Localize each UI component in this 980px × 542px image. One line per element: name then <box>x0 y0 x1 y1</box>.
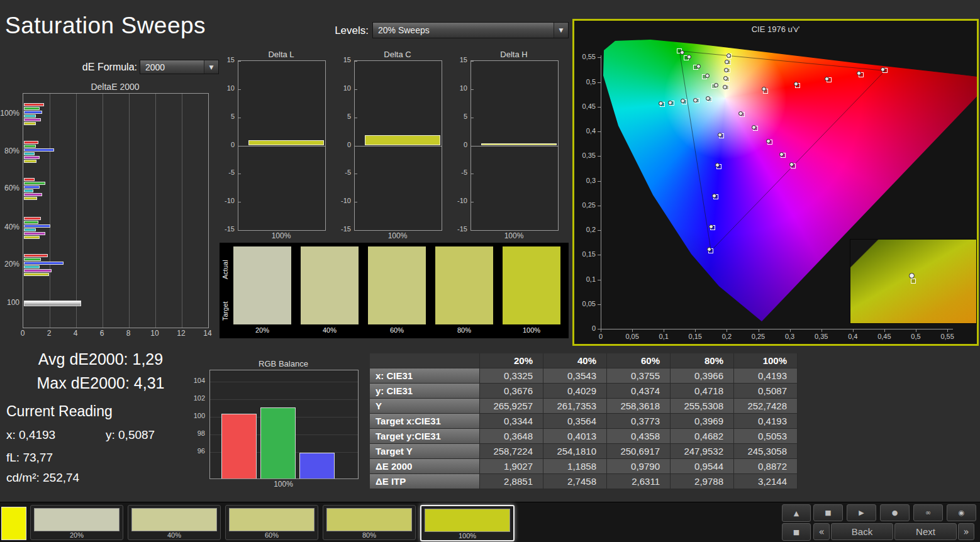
delta-h-x-label: 100% <box>471 231 557 240</box>
delta-l-chart <box>238 60 326 231</box>
levels-label: Levels: <box>318 25 369 37</box>
axis-tick <box>471 174 474 174</box>
gridline <box>182 94 182 328</box>
de-bar <box>24 221 38 224</box>
next-button[interactable]: Next <box>894 523 957 540</box>
axis-tick <box>916 329 916 332</box>
current-reading-cdm2: cd/m²: 252,74 <box>6 471 79 485</box>
de-bar <box>24 122 36 125</box>
de-bar <box>24 178 35 181</box>
control-loop-button[interactable]: ∞ <box>913 504 943 521</box>
gridline <box>210 382 358 382</box>
saturation-patch-button[interactable]: 20% <box>30 505 123 540</box>
axis-tick-label: 10 <box>337 84 351 92</box>
axis-tick-label: 102 <box>189 394 205 402</box>
de-bar <box>24 145 36 148</box>
row-label: Target x:CIE31 <box>370 414 480 429</box>
axis-tick <box>727 329 727 332</box>
swatch-label: 80% <box>435 326 493 334</box>
cie-diagram-title: CIE 1976 u'v' <box>574 25 977 34</box>
saturation-patch-buttons: 20%40%60%80%100% <box>30 505 515 541</box>
axis-tick <box>355 89 357 90</box>
back-button[interactable]: Back <box>831 523 893 540</box>
axis-tick-label: 5 <box>453 113 467 120</box>
saturation-swatch <box>233 246 291 324</box>
saturation-swatch <box>435 246 493 324</box>
deltae-x-axis: 02468101214 <box>23 329 208 338</box>
axis-tick-label: 0,45 <box>575 102 596 110</box>
saturation-swatch <box>368 246 426 324</box>
axis-tick <box>695 329 696 332</box>
measured-marker <box>668 101 672 105</box>
chevrons-left-icon: « <box>818 526 824 538</box>
axis-tick-label: 100 <box>189 412 205 419</box>
patch-color-swatch <box>425 509 510 532</box>
cell-value: 0,3325 <box>480 368 543 384</box>
axis-tick <box>238 202 241 202</box>
swatch-row-label: Target <box>221 292 231 331</box>
axis-tick-label: 60% <box>0 184 19 192</box>
de-bar <box>24 118 41 121</box>
control-play-button[interactable]: ▶ <box>847 504 876 521</box>
axis-tick <box>238 174 241 174</box>
current-reading-y: y: 0,5087 <box>106 428 155 442</box>
control-stop-button[interactable]: ■ <box>813 504 843 521</box>
de-bar <box>24 160 36 163</box>
control-layout-square-button[interactable]: ■ <box>782 523 811 541</box>
measured-marker <box>779 152 784 157</box>
delta-l-y-axis: 151050-5-10-15 <box>220 60 237 230</box>
axis-tick <box>947 329 948 332</box>
table-row: Target x:CIE310,33440,35640,37730,39690,… <box>370 414 798 429</box>
table-row: x: CIE310,33250,35430,37550,39660,4193 <box>370 368 798 384</box>
axis-tick <box>853 329 854 332</box>
saturation-patch-button[interactable]: 40% <box>128 505 221 540</box>
axis-tick <box>238 118 241 118</box>
axis-tick-label: -10 <box>220 197 235 204</box>
cell-value: 0,4374 <box>607 384 671 399</box>
axis-tick-label: -5 <box>337 169 351 176</box>
view-control-buttons: ▲■ <box>782 504 811 541</box>
axis-tick-label: 0,15 <box>575 250 596 258</box>
de-bar <box>24 185 40 189</box>
saturation-patch-button[interactable]: 60% <box>225 505 318 540</box>
patch-label: 100% <box>421 532 513 539</box>
measured-marker <box>909 273 915 279</box>
axis-tick-label: -15 <box>220 225 235 233</box>
back-chevron-button[interactable]: « <box>813 523 830 540</box>
table-row: Target y:CIE310,36480,40130,43580,46820,… <box>370 429 798 444</box>
current-reading-title: Current Reading <box>6 403 113 420</box>
levels-dropdown[interactable]: 20% Sweeps ▼ <box>372 22 569 38</box>
meter-control-buttons: ■▶●∞◉ <box>813 504 976 521</box>
saturation-patch-button[interactable]: 100% <box>420 505 515 541</box>
cell-value: 0,4682 <box>671 429 734 444</box>
de-formula-dropdown[interactable]: 2000 ▼ <box>140 60 219 74</box>
cell-value: 265,9257 <box>480 399 543 414</box>
next-chevron-button[interactable]: » <box>958 523 974 540</box>
cell-value: 0,4193 <box>734 414 798 429</box>
control-record-button[interactable]: ● <box>880 504 910 521</box>
swatch-label: 60% <box>368 326 426 334</box>
stop-icon: ■ <box>825 509 831 517</box>
chevrons-right-icon: » <box>963 526 969 538</box>
axis-tick <box>821 329 822 332</box>
axis-tick-label: 0 <box>220 141 235 148</box>
axis-tick-label: 0,45 <box>873 333 896 340</box>
control-up-arrow-button[interactable]: ▲ <box>782 504 811 522</box>
red-balance-bar <box>221 414 257 478</box>
cell-value: 0,3966 <box>671 368 734 384</box>
de-bar <box>24 111 42 114</box>
chevron-down-icon[interactable]: ▼ <box>554 23 568 38</box>
measurement-table: 20%40%60%80%100%x: CIE310,33250,35430,37… <box>370 353 798 489</box>
axis-tick-label: 0,1 <box>575 275 596 283</box>
axis-tick-label: 0,35 <box>575 152 596 159</box>
axis-tick-label: 0,05 <box>621 333 643 340</box>
control-power-button[interactable]: ◉ <box>947 504 976 521</box>
saturation-patch-button[interactable]: 80% <box>323 505 416 540</box>
axis-tick-label: 0,4 <box>842 333 864 340</box>
chevron-down-icon[interactable]: ▼ <box>204 60 218 74</box>
cell-value: 0,9790 <box>607 459 671 474</box>
measured-marker <box>723 85 727 89</box>
cell-value: 1,1858 <box>543 459 607 474</box>
axis-tick-label: 100% <box>0 109 19 118</box>
cell-value: 250,6917 <box>607 444 671 459</box>
